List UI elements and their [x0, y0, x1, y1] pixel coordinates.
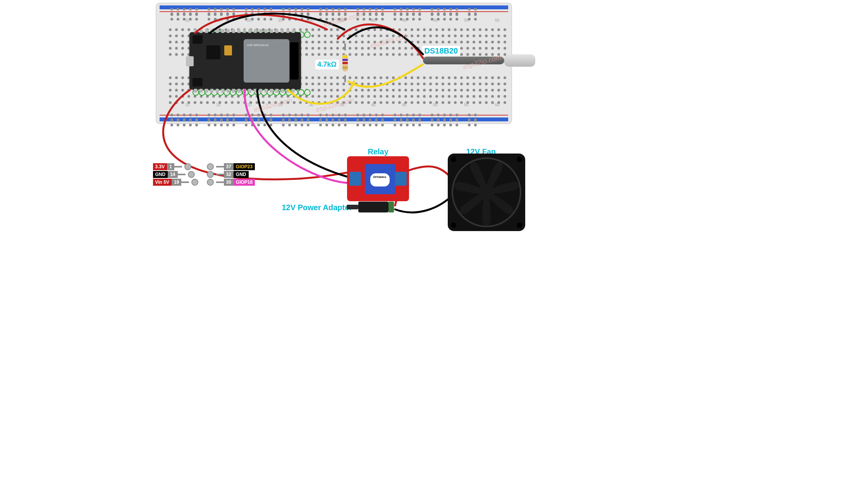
legend-peg-icon	[184, 163, 191, 170]
legend-pin: 1	[167, 163, 174, 170]
legend-name: GIOP23	[234, 163, 255, 170]
breadboard-col-number: 40	[371, 103, 375, 107]
breadboard-col-number: 10	[185, 103, 189, 107]
breadboard-col-number: 45	[402, 18, 406, 22]
breadboard-col-number: 30	[309, 18, 313, 22]
dc-barrel-jack[interactable]	[358, 202, 388, 212]
breadboard-col-number: 25	[278, 18, 282, 22]
legend-name: Vin 5V	[153, 179, 172, 186]
power-adapter-label: 12V Power Adapter	[280, 202, 355, 213]
pin-legend-left: 3.3V1GND14Vin 5V19	[153, 162, 201, 186]
legend-peg-icon	[207, 171, 214, 178]
legend-peg-icon	[188, 171, 195, 178]
pin-legend-right: 37GIOP2332GND30GIOP18	[205, 162, 255, 186]
legend-peg-icon	[207, 179, 214, 186]
esp32-usb-port[interactable]	[186, 56, 194, 66]
breadboard-col-number: 20	[247, 18, 251, 22]
breadboard-col-number: 60	[495, 18, 499, 22]
dc-jack-screw-terminal[interactable]	[388, 202, 394, 212]
breadboard-col-number: 20	[247, 103, 251, 107]
breadboard-col-number: 15	[216, 18, 220, 22]
breadboard-col-number: 55	[464, 103, 468, 107]
esp32-uart-chip	[206, 45, 220, 59]
relay-output-terminal[interactable]	[395, 172, 407, 186]
breadboard-col-number: 30	[309, 103, 313, 107]
legend-row: 30GIOP18	[205, 179, 255, 186]
breadboard-col-number: 60	[495, 103, 499, 107]
legend-name: GND	[234, 171, 249, 178]
legend-row: 32GND	[205, 171, 255, 178]
legend-pin: 37	[224, 163, 234, 170]
breadboard-col-number: 55	[464, 18, 468, 22]
breadboard-col-number: 50	[433, 103, 437, 107]
relay-label: Relay	[366, 147, 391, 157]
breadboard-col-number: 40	[371, 18, 375, 22]
legend-pin: 19	[172, 179, 181, 186]
breadboard-col-number: 10	[185, 18, 189, 22]
cooling-fan	[448, 154, 525, 231]
breadboard-col-number: 50	[433, 18, 437, 22]
power-rail-top-pos	[160, 11, 508, 12]
legend-peg-icon	[191, 179, 198, 186]
pullup-resistor	[342, 50, 348, 75]
esp32-shield-label: ESP-WROOM-32	[248, 44, 269, 47]
legend-name: GND	[153, 171, 168, 178]
relay-input-terminal[interactable]	[349, 172, 361, 186]
resistor-label: 4.7kΩ	[315, 60, 339, 69]
esp32-pinrow-top	[194, 29, 296, 33]
legend-row: 3.3V1	[153, 163, 201, 170]
legend-pin: 14	[168, 171, 177, 178]
legend-row: Vin 5V19	[153, 179, 201, 186]
legend-peg-icon	[207, 163, 214, 170]
esp32-pinrow-bot	[194, 89, 296, 93]
breadboard-col-number: 15	[216, 103, 220, 107]
legend-pin: 32	[224, 171, 234, 178]
ds18b20-label: DS18B20	[422, 46, 461, 56]
relay-brand-badge: DIYables	[370, 173, 390, 186]
legend-name: GIOP18	[234, 179, 255, 186]
wiring-diagram: 1010151520202525303035354040454550505555…	[145, 0, 724, 328]
esp32-en-button[interactable]	[193, 35, 203, 44]
relay-module: DIYables	[347, 156, 409, 201]
legend-name: 3.3V	[153, 163, 167, 170]
breadboard-col-number: 45	[402, 103, 406, 107]
esp32-capacitor	[224, 45, 232, 55]
legend-row: 37GIOP23	[205, 163, 255, 170]
esp32-io0-button[interactable]	[193, 78, 203, 86]
legend-pin: 30	[224, 179, 234, 186]
legend-row: GND14	[153, 171, 201, 178]
ds18b20-tip	[504, 54, 535, 67]
esp32-board: ESP-WROOM-32	[189, 32, 301, 90]
